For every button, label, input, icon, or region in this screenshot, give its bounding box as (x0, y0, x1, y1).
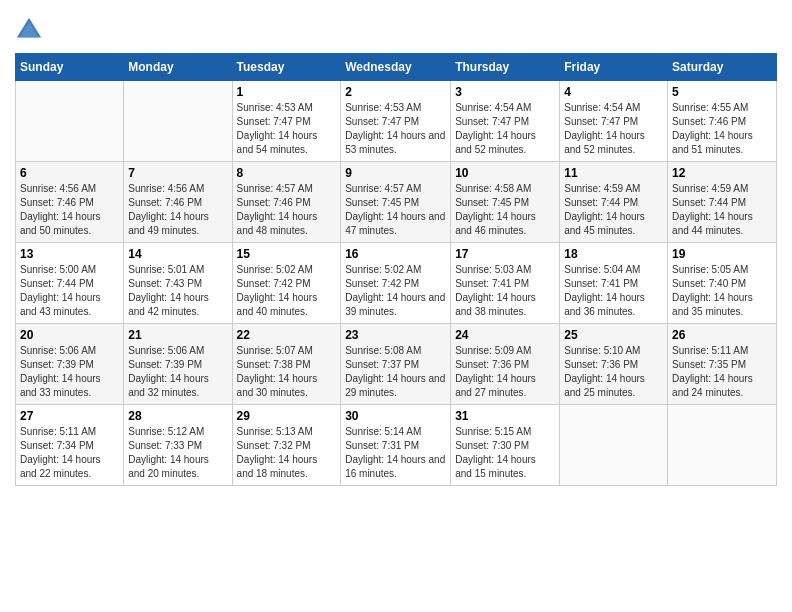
day-number: 7 (128, 166, 227, 180)
day-number: 28 (128, 409, 227, 423)
day-info: Sunrise: 4:54 AMSunset: 7:47 PMDaylight:… (455, 101, 555, 157)
day-info: Sunrise: 4:55 AMSunset: 7:46 PMDaylight:… (672, 101, 772, 157)
day-number: 12 (672, 166, 772, 180)
calendar-cell: 10Sunrise: 4:58 AMSunset: 7:45 PMDayligh… (451, 162, 560, 243)
calendar-cell: 13Sunrise: 5:00 AMSunset: 7:44 PMDayligh… (16, 243, 124, 324)
day-info: Sunrise: 5:11 AMSunset: 7:34 PMDaylight:… (20, 425, 119, 481)
calendar-cell: 26Sunrise: 5:11 AMSunset: 7:35 PMDayligh… (668, 324, 777, 405)
day-info: Sunrise: 5:12 AMSunset: 7:33 PMDaylight:… (128, 425, 227, 481)
calendar-cell: 1Sunrise: 4:53 AMSunset: 7:47 PMDaylight… (232, 81, 341, 162)
day-info: Sunrise: 5:08 AMSunset: 7:37 PMDaylight:… (345, 344, 446, 400)
day-info: Sunrise: 4:53 AMSunset: 7:47 PMDaylight:… (345, 101, 446, 157)
day-number: 31 (455, 409, 555, 423)
logo (15, 15, 47, 43)
calendar-week-row: 13Sunrise: 5:00 AMSunset: 7:44 PMDayligh… (16, 243, 777, 324)
day-info: Sunrise: 5:00 AMSunset: 7:44 PMDaylight:… (20, 263, 119, 319)
day-info: Sunrise: 4:59 AMSunset: 7:44 PMDaylight:… (564, 182, 663, 238)
day-info: Sunrise: 5:02 AMSunset: 7:42 PMDaylight:… (237, 263, 337, 319)
calendar-cell: 14Sunrise: 5:01 AMSunset: 7:43 PMDayligh… (124, 243, 232, 324)
day-number: 23 (345, 328, 446, 342)
day-number: 22 (237, 328, 337, 342)
day-info: Sunrise: 5:09 AMSunset: 7:36 PMDaylight:… (455, 344, 555, 400)
day-info: Sunrise: 5:02 AMSunset: 7:42 PMDaylight:… (345, 263, 446, 319)
day-number: 26 (672, 328, 772, 342)
day-number: 3 (455, 85, 555, 99)
calendar-week-row: 20Sunrise: 5:06 AMSunset: 7:39 PMDayligh… (16, 324, 777, 405)
weekday-header: Monday (124, 54, 232, 81)
day-info: Sunrise: 5:06 AMSunset: 7:39 PMDaylight:… (20, 344, 119, 400)
calendar-cell (560, 405, 668, 486)
day-number: 2 (345, 85, 446, 99)
weekday-header: Wednesday (341, 54, 451, 81)
day-number: 6 (20, 166, 119, 180)
calendar-cell: 9Sunrise: 4:57 AMSunset: 7:45 PMDaylight… (341, 162, 451, 243)
day-info: Sunrise: 4:57 AMSunset: 7:45 PMDaylight:… (345, 182, 446, 238)
day-info: Sunrise: 5:15 AMSunset: 7:30 PMDaylight:… (455, 425, 555, 481)
calendar-cell: 20Sunrise: 5:06 AMSunset: 7:39 PMDayligh… (16, 324, 124, 405)
day-info: Sunrise: 4:57 AMSunset: 7:46 PMDaylight:… (237, 182, 337, 238)
day-info: Sunrise: 4:56 AMSunset: 7:46 PMDaylight:… (128, 182, 227, 238)
day-info: Sunrise: 4:56 AMSunset: 7:46 PMDaylight:… (20, 182, 119, 238)
calendar-cell: 22Sunrise: 5:07 AMSunset: 7:38 PMDayligh… (232, 324, 341, 405)
calendar-cell: 4Sunrise: 4:54 AMSunset: 7:47 PMDaylight… (560, 81, 668, 162)
day-number: 29 (237, 409, 337, 423)
day-number: 21 (128, 328, 227, 342)
day-number: 11 (564, 166, 663, 180)
weekday-header: Sunday (16, 54, 124, 81)
day-info: Sunrise: 5:06 AMSunset: 7:39 PMDaylight:… (128, 344, 227, 400)
calendar-week-row: 6Sunrise: 4:56 AMSunset: 7:46 PMDaylight… (16, 162, 777, 243)
weekday-header: Tuesday (232, 54, 341, 81)
day-info: Sunrise: 5:11 AMSunset: 7:35 PMDaylight:… (672, 344, 772, 400)
calendar-header-row: SundayMondayTuesdayWednesdayThursdayFrid… (16, 54, 777, 81)
day-info: Sunrise: 5:04 AMSunset: 7:41 PMDaylight:… (564, 263, 663, 319)
day-number: 20 (20, 328, 119, 342)
day-number: 25 (564, 328, 663, 342)
day-info: Sunrise: 5:03 AMSunset: 7:41 PMDaylight:… (455, 263, 555, 319)
day-info: Sunrise: 5:07 AMSunset: 7:38 PMDaylight:… (237, 344, 337, 400)
calendar-cell: 2Sunrise: 4:53 AMSunset: 7:47 PMDaylight… (341, 81, 451, 162)
day-number: 16 (345, 247, 446, 261)
logo-icon (15, 15, 43, 43)
calendar-cell: 7Sunrise: 4:56 AMSunset: 7:46 PMDaylight… (124, 162, 232, 243)
calendar-cell: 12Sunrise: 4:59 AMSunset: 7:44 PMDayligh… (668, 162, 777, 243)
day-info: Sunrise: 4:59 AMSunset: 7:44 PMDaylight:… (672, 182, 772, 238)
calendar-cell: 8Sunrise: 4:57 AMSunset: 7:46 PMDaylight… (232, 162, 341, 243)
calendar-cell: 18Sunrise: 5:04 AMSunset: 7:41 PMDayligh… (560, 243, 668, 324)
day-number: 1 (237, 85, 337, 99)
day-number: 30 (345, 409, 446, 423)
calendar-cell: 23Sunrise: 5:08 AMSunset: 7:37 PMDayligh… (341, 324, 451, 405)
weekday-header: Thursday (451, 54, 560, 81)
calendar-cell: 6Sunrise: 4:56 AMSunset: 7:46 PMDaylight… (16, 162, 124, 243)
day-info: Sunrise: 5:13 AMSunset: 7:32 PMDaylight:… (237, 425, 337, 481)
day-info: Sunrise: 4:54 AMSunset: 7:47 PMDaylight:… (564, 101, 663, 157)
page-header (15, 15, 777, 43)
day-info: Sunrise: 5:14 AMSunset: 7:31 PMDaylight:… (345, 425, 446, 481)
calendar-cell: 11Sunrise: 4:59 AMSunset: 7:44 PMDayligh… (560, 162, 668, 243)
calendar-cell: 15Sunrise: 5:02 AMSunset: 7:42 PMDayligh… (232, 243, 341, 324)
calendar-cell: 27Sunrise: 5:11 AMSunset: 7:34 PMDayligh… (16, 405, 124, 486)
day-number: 14 (128, 247, 227, 261)
calendar-week-row: 1Sunrise: 4:53 AMSunset: 7:47 PMDaylight… (16, 81, 777, 162)
calendar-cell: 5Sunrise: 4:55 AMSunset: 7:46 PMDaylight… (668, 81, 777, 162)
calendar-week-row: 27Sunrise: 5:11 AMSunset: 7:34 PMDayligh… (16, 405, 777, 486)
weekday-header: Saturday (668, 54, 777, 81)
calendar-cell (668, 405, 777, 486)
day-number: 19 (672, 247, 772, 261)
calendar-cell: 25Sunrise: 5:10 AMSunset: 7:36 PMDayligh… (560, 324, 668, 405)
day-number: 9 (345, 166, 446, 180)
day-number: 4 (564, 85, 663, 99)
calendar-cell (124, 81, 232, 162)
calendar-cell: 28Sunrise: 5:12 AMSunset: 7:33 PMDayligh… (124, 405, 232, 486)
calendar-cell: 31Sunrise: 5:15 AMSunset: 7:30 PMDayligh… (451, 405, 560, 486)
calendar-cell: 29Sunrise: 5:13 AMSunset: 7:32 PMDayligh… (232, 405, 341, 486)
day-number: 17 (455, 247, 555, 261)
calendar-cell: 16Sunrise: 5:02 AMSunset: 7:42 PMDayligh… (341, 243, 451, 324)
day-info: Sunrise: 4:53 AMSunset: 7:47 PMDaylight:… (237, 101, 337, 157)
day-number: 13 (20, 247, 119, 261)
calendar-cell: 30Sunrise: 5:14 AMSunset: 7:31 PMDayligh… (341, 405, 451, 486)
calendar-cell (16, 81, 124, 162)
calendar-table: SundayMondayTuesdayWednesdayThursdayFrid… (15, 53, 777, 486)
day-number: 15 (237, 247, 337, 261)
weekday-header: Friday (560, 54, 668, 81)
day-number: 10 (455, 166, 555, 180)
